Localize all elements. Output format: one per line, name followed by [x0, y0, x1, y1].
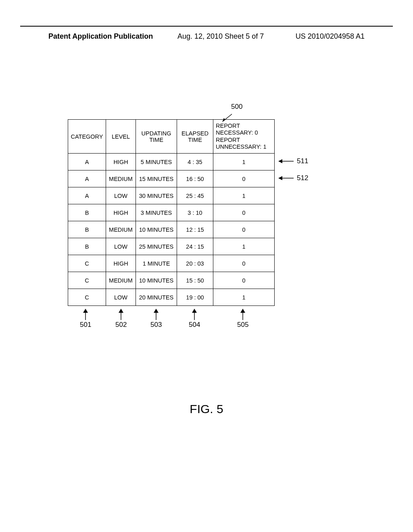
cell-category: C — [68, 272, 106, 289]
table-row: C HIGH 1 MINUTE 20 : 03 0 — [68, 255, 275, 272]
col-header-elapsed-time: ELAPSED TIME — [177, 120, 213, 154]
patent-page: Patent Application Publication Aug. 12, … — [0, 0, 413, 532]
ref-505: 505 — [237, 321, 248, 328]
cell-report: 0 — [213, 255, 275, 272]
cell-updating: 15 MINUTES — [136, 170, 177, 187]
leader-arrow-up-icon — [153, 309, 159, 320]
table-row: C MEDIUM 10 MINUTES 15 : 50 0 — [68, 272, 275, 289]
cell-level: HIGH — [106, 204, 136, 221]
cell-level: HIGH — [106, 154, 136, 170]
cell-elapsed: 24 : 15 — [177, 238, 213, 255]
cell-elapsed: 4 : 35 — [177, 154, 213, 170]
cell-updating: 25 MINUTES — [136, 238, 177, 255]
ref-512: 512 — [297, 174, 308, 182]
table-row: A LOW 30 MINUTES 25 : 45 1 — [68, 187, 275, 204]
ref-504: 504 — [189, 321, 200, 328]
cell-elapsed: 3 : 10 — [177, 204, 213, 221]
cell-updating: 20 MINUTES — [136, 289, 177, 306]
cell-category: C — [68, 255, 106, 272]
ref-505-holder: 505 — [237, 309, 248, 329]
ref-503-holder: 503 — [150, 309, 162, 329]
ref-503: 503 — [150, 321, 162, 328]
cell-updating: 1 MINUTE — [136, 255, 177, 272]
leader-arrow-left-icon — [278, 159, 294, 164]
cell-level: HIGH — [106, 255, 136, 272]
table-header-row: CATEGORY LEVEL UPDATING TIME ELAPSED TIM… — [68, 120, 275, 154]
table-500: CATEGORY LEVEL UPDATING TIME ELAPSED TIM… — [68, 119, 275, 306]
cell-report: 0 — [213, 204, 275, 221]
leader-arrow-up-icon — [240, 309, 246, 320]
cell-updating: 5 MINUTES — [136, 154, 177, 170]
cell-updating: 10 MINUTES — [136, 221, 177, 238]
cell-category: B — [68, 221, 106, 238]
cell-report: 0 — [213, 170, 275, 187]
cell-updating: 10 MINUTES — [136, 272, 177, 289]
ref-502-holder: 502 — [115, 309, 127, 329]
table-row: B MEDIUM 10 MINUTES 12 : 15 0 — [68, 221, 275, 238]
table-row: A MEDIUM 15 MINUTES 16 : 50 0 — [68, 170, 275, 187]
svg-marker-1 — [222, 118, 225, 122]
ref-501-holder: 501 — [80, 309, 91, 329]
ref-502: 502 — [115, 321, 127, 328]
leader-arrow-up-icon — [192, 309, 197, 320]
ref-511-holder: 511 — [278, 157, 308, 165]
leader-arrow-500-icon — [221, 113, 234, 122]
cell-report: 0 — [213, 221, 275, 238]
header-right: US 2010/0204958 A1 — [296, 32, 365, 41]
cell-category: B — [68, 204, 106, 221]
cell-level: MEDIUM — [106, 221, 136, 238]
col-header-category: CATEGORY — [68, 120, 106, 154]
cell-level: LOW — [106, 289, 136, 306]
cell-report: 1 — [213, 238, 275, 255]
ref-501: 501 — [80, 321, 91, 328]
figure-label: FIG. 5 — [68, 402, 345, 416]
leader-arrow-up-icon — [118, 309, 124, 320]
leader-arrow-up-icon — [83, 309, 88, 320]
cell-elapsed: 20 : 03 — [177, 255, 213, 272]
cell-updating: 30 MINUTES — [136, 187, 177, 204]
cell-category: C — [68, 289, 106, 306]
table-row: B HIGH 3 MINUTES 3 : 10 0 — [68, 204, 275, 221]
col-header-level: LEVEL — [106, 120, 136, 154]
col-header-updating-time: UPDATING TIME — [136, 120, 177, 154]
cell-elapsed: 25 : 45 — [177, 187, 213, 204]
cell-report: 0 — [213, 272, 275, 289]
cell-elapsed: 12 : 15 — [177, 221, 213, 238]
table-row: A HIGH 5 MINUTES 4 : 35 1 — [68, 154, 275, 170]
figure-5-wrap: 500 CATEGORY LEVEL UPDATING TIME ELAPSED… — [68, 119, 345, 306]
cell-level: LOW — [106, 187, 136, 204]
cell-updating: 3 MINUTES — [136, 204, 177, 221]
cell-category: A — [68, 154, 106, 170]
cell-report: 1 — [213, 187, 275, 204]
svg-marker-3 — [278, 159, 282, 163]
cell-category: B — [68, 238, 106, 255]
cell-level: LOW — [106, 238, 136, 255]
ref-511: 511 — [297, 157, 308, 165]
header-rule — [20, 26, 393, 27]
header-mid: Aug. 12, 2010 Sheet 5 of 7 — [177, 32, 264, 41]
ref-512-holder: 512 — [278, 174, 308, 182]
table-row: C LOW 20 MINUTES 19 : 00 1 — [68, 289, 275, 306]
cell-category: A — [68, 187, 106, 204]
leader-arrow-left-icon — [278, 176, 294, 181]
header-left: Patent Application Publication — [48, 32, 153, 41]
ref-500: 500 — [231, 103, 242, 111]
cell-report: 1 — [213, 289, 275, 306]
cell-elapsed: 19 : 00 — [177, 289, 213, 306]
cell-level: MEDIUM — [106, 170, 136, 187]
svg-marker-5 — [278, 176, 282, 180]
col-header-report: REPORTNECESSARY: 0REPORTUNNECESSARY: 1 — [213, 120, 275, 154]
table-row: B LOW 25 MINUTES 24 : 15 1 — [68, 238, 275, 255]
cell-category: A — [68, 170, 106, 187]
cell-elapsed: 15 : 50 — [177, 272, 213, 289]
cell-elapsed: 16 : 50 — [177, 170, 213, 187]
ref-504-holder: 504 — [189, 309, 200, 329]
cell-level: MEDIUM — [106, 272, 136, 289]
cell-report: 1 — [213, 154, 275, 170]
